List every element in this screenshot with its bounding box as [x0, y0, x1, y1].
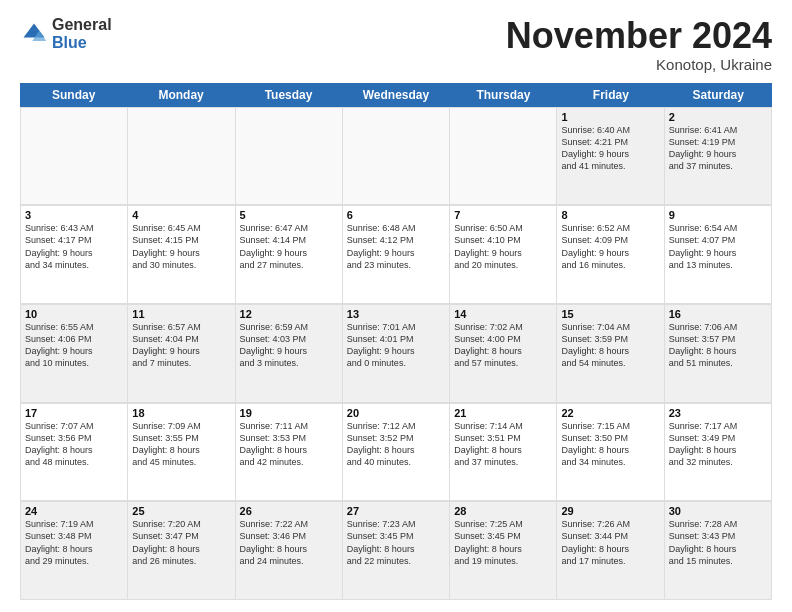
logo: General Blue [20, 16, 112, 51]
day-cell-22: 22Sunrise: 7:15 AM Sunset: 3:50 PM Dayli… [557, 403, 664, 501]
day-number: 3 [25, 209, 123, 221]
day-cell-6: 6Sunrise: 6:48 AM Sunset: 4:12 PM Daylig… [343, 205, 450, 303]
day-number: 10 [25, 308, 123, 320]
day-info: Sunrise: 7:07 AM Sunset: 3:56 PM Dayligh… [25, 420, 123, 469]
logo-text: General Blue [52, 16, 112, 51]
header-day-tuesday: Tuesday [235, 83, 342, 107]
day-info: Sunrise: 7:19 AM Sunset: 3:48 PM Dayligh… [25, 518, 123, 567]
day-cell-14: 14Sunrise: 7:02 AM Sunset: 4:00 PM Dayli… [450, 304, 557, 402]
day-number: 21 [454, 407, 552, 419]
day-cell-28: 28Sunrise: 7:25 AM Sunset: 3:45 PM Dayli… [450, 501, 557, 599]
day-number: 14 [454, 308, 552, 320]
day-cell-8: 8Sunrise: 6:52 AM Sunset: 4:09 PM Daylig… [557, 205, 664, 303]
day-info: Sunrise: 7:23 AM Sunset: 3:45 PM Dayligh… [347, 518, 445, 567]
day-info: Sunrise: 7:12 AM Sunset: 3:52 PM Dayligh… [347, 420, 445, 469]
calendar-body: 1Sunrise: 6:40 AM Sunset: 4:21 PM Daylig… [20, 107, 772, 600]
day-cell-4: 4Sunrise: 6:45 AM Sunset: 4:15 PM Daylig… [128, 205, 235, 303]
day-cell-26: 26Sunrise: 7:22 AM Sunset: 3:46 PM Dayli… [236, 501, 343, 599]
day-info: Sunrise: 6:40 AM Sunset: 4:21 PM Dayligh… [561, 124, 659, 173]
calendar-row-1: 3Sunrise: 6:43 AM Sunset: 4:17 PM Daylig… [20, 205, 772, 304]
day-number: 12 [240, 308, 338, 320]
day-number: 1 [561, 111, 659, 123]
empty-cell [21, 107, 128, 205]
day-info: Sunrise: 6:45 AM Sunset: 4:15 PM Dayligh… [132, 222, 230, 271]
day-info: Sunrise: 6:48 AM Sunset: 4:12 PM Dayligh… [347, 222, 445, 271]
day-info: Sunrise: 7:02 AM Sunset: 4:00 PM Dayligh… [454, 321, 552, 370]
day-number: 17 [25, 407, 123, 419]
day-cell-19: 19Sunrise: 7:11 AM Sunset: 3:53 PM Dayli… [236, 403, 343, 501]
logo-blue: Blue [52, 34, 112, 52]
day-cell-15: 15Sunrise: 7:04 AM Sunset: 3:59 PM Dayli… [557, 304, 664, 402]
day-cell-1: 1Sunrise: 6:40 AM Sunset: 4:21 PM Daylig… [557, 107, 664, 205]
calendar: SundayMondayTuesdayWednesdayThursdayFrid… [20, 83, 772, 600]
day-number: 25 [132, 505, 230, 517]
day-info: Sunrise: 6:55 AM Sunset: 4:06 PM Dayligh… [25, 321, 123, 370]
day-info: Sunrise: 6:54 AM Sunset: 4:07 PM Dayligh… [669, 222, 767, 271]
day-cell-23: 23Sunrise: 7:17 AM Sunset: 3:49 PM Dayli… [665, 403, 772, 501]
day-number: 15 [561, 308, 659, 320]
day-info: Sunrise: 7:28 AM Sunset: 3:43 PM Dayligh… [669, 518, 767, 567]
day-info: Sunrise: 6:59 AM Sunset: 4:03 PM Dayligh… [240, 321, 338, 370]
day-number: 26 [240, 505, 338, 517]
day-info: Sunrise: 6:43 AM Sunset: 4:17 PM Dayligh… [25, 222, 123, 271]
day-info: Sunrise: 7:09 AM Sunset: 3:55 PM Dayligh… [132, 420, 230, 469]
day-cell-27: 27Sunrise: 7:23 AM Sunset: 3:45 PM Dayli… [343, 501, 450, 599]
day-number: 5 [240, 209, 338, 221]
day-number: 18 [132, 407, 230, 419]
header-day-thursday: Thursday [450, 83, 557, 107]
day-number: 30 [669, 505, 767, 517]
day-info: Sunrise: 6:50 AM Sunset: 4:10 PM Dayligh… [454, 222, 552, 271]
day-info: Sunrise: 7:17 AM Sunset: 3:49 PM Dayligh… [669, 420, 767, 469]
day-cell-17: 17Sunrise: 7:07 AM Sunset: 3:56 PM Dayli… [21, 403, 128, 501]
day-info: Sunrise: 7:22 AM Sunset: 3:46 PM Dayligh… [240, 518, 338, 567]
day-info: Sunrise: 6:41 AM Sunset: 4:19 PM Dayligh… [669, 124, 767, 173]
day-info: Sunrise: 6:47 AM Sunset: 4:14 PM Dayligh… [240, 222, 338, 271]
day-cell-24: 24Sunrise: 7:19 AM Sunset: 3:48 PM Dayli… [21, 501, 128, 599]
calendar-header: SundayMondayTuesdayWednesdayThursdayFrid… [20, 83, 772, 107]
empty-cell [343, 107, 450, 205]
day-number: 22 [561, 407, 659, 419]
day-info: Sunrise: 6:57 AM Sunset: 4:04 PM Dayligh… [132, 321, 230, 370]
day-cell-25: 25Sunrise: 7:20 AM Sunset: 3:47 PM Dayli… [128, 501, 235, 599]
logo-general: General [52, 16, 112, 34]
location: Konotop, Ukraine [506, 56, 772, 73]
header-day-saturday: Saturday [665, 83, 772, 107]
day-info: Sunrise: 7:01 AM Sunset: 4:01 PM Dayligh… [347, 321, 445, 370]
month-title: November 2024 [506, 16, 772, 56]
calendar-row-0: 1Sunrise: 6:40 AM Sunset: 4:21 PM Daylig… [20, 107, 772, 206]
page: General Blue November 2024 Konotop, Ukra… [0, 0, 792, 612]
day-number: 16 [669, 308, 767, 320]
day-cell-9: 9Sunrise: 6:54 AM Sunset: 4:07 PM Daylig… [665, 205, 772, 303]
calendar-row-3: 17Sunrise: 7:07 AM Sunset: 3:56 PM Dayli… [20, 403, 772, 502]
day-info: Sunrise: 7:20 AM Sunset: 3:47 PM Dayligh… [132, 518, 230, 567]
day-number: 29 [561, 505, 659, 517]
title-block: November 2024 Konotop, Ukraine [506, 16, 772, 73]
header: General Blue November 2024 Konotop, Ukra… [20, 16, 772, 73]
day-cell-10: 10Sunrise: 6:55 AM Sunset: 4:06 PM Dayli… [21, 304, 128, 402]
empty-cell [236, 107, 343, 205]
day-cell-13: 13Sunrise: 7:01 AM Sunset: 4:01 PM Dayli… [343, 304, 450, 402]
day-number: 11 [132, 308, 230, 320]
day-number: 24 [25, 505, 123, 517]
calendar-row-4: 24Sunrise: 7:19 AM Sunset: 3:48 PM Dayli… [20, 501, 772, 600]
day-cell-16: 16Sunrise: 7:06 AM Sunset: 3:57 PM Dayli… [665, 304, 772, 402]
day-number: 2 [669, 111, 767, 123]
empty-cell [450, 107, 557, 205]
day-number: 7 [454, 209, 552, 221]
day-number: 20 [347, 407, 445, 419]
day-number: 4 [132, 209, 230, 221]
day-cell-7: 7Sunrise: 6:50 AM Sunset: 4:10 PM Daylig… [450, 205, 557, 303]
day-cell-12: 12Sunrise: 6:59 AM Sunset: 4:03 PM Dayli… [236, 304, 343, 402]
day-info: Sunrise: 7:15 AM Sunset: 3:50 PM Dayligh… [561, 420, 659, 469]
day-cell-3: 3Sunrise: 6:43 AM Sunset: 4:17 PM Daylig… [21, 205, 128, 303]
day-number: 27 [347, 505, 445, 517]
day-info: Sunrise: 7:26 AM Sunset: 3:44 PM Dayligh… [561, 518, 659, 567]
day-number: 28 [454, 505, 552, 517]
day-cell-29: 29Sunrise: 7:26 AM Sunset: 3:44 PM Dayli… [557, 501, 664, 599]
day-number: 19 [240, 407, 338, 419]
day-number: 6 [347, 209, 445, 221]
day-cell-21: 21Sunrise: 7:14 AM Sunset: 3:51 PM Dayli… [450, 403, 557, 501]
header-day-friday: Friday [557, 83, 664, 107]
day-cell-5: 5Sunrise: 6:47 AM Sunset: 4:14 PM Daylig… [236, 205, 343, 303]
logo-icon [20, 20, 48, 48]
